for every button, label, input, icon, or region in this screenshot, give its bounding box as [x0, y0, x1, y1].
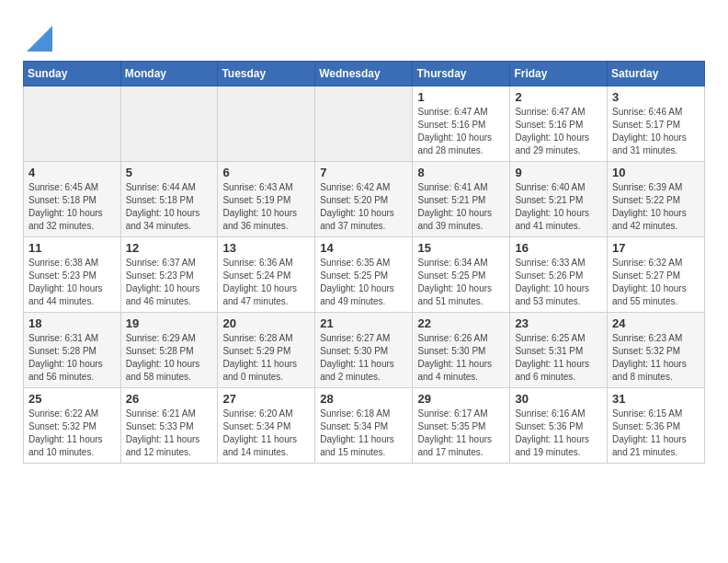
- calendar-cell: 7Sunrise: 6:42 AM Sunset: 5:20 PM Daylig…: [315, 162, 413, 237]
- day-info: Sunrise: 6:45 AM Sunset: 5:18 PM Dayligh…: [28, 181, 116, 233]
- day-info: Sunrise: 6:44 AM Sunset: 5:18 PM Dayligh…: [126, 181, 213, 233]
- calendar-cell: 4Sunrise: 6:45 AM Sunset: 5:18 PM Daylig…: [24, 162, 121, 237]
- calendar-cell: 5Sunrise: 6:44 AM Sunset: 5:18 PM Daylig…: [120, 162, 218, 237]
- calendar-cell: 10Sunrise: 6:39 AM Sunset: 5:22 PM Dayli…: [608, 162, 705, 237]
- day-number: 20: [222, 316, 310, 330]
- day-info: Sunrise: 6:17 AM Sunset: 5:35 PM Dayligh…: [417, 408, 505, 459]
- calendar-header-row: SundayMondayTuesdayWednesdayThursdayFrid…: [24, 62, 705, 86]
- page-header: [23, 18, 705, 52]
- calendar-cell: 20Sunrise: 6:28 AM Sunset: 5:29 PM Dayli…: [218, 313, 315, 388]
- calendar-cell: 23Sunrise: 6:25 AM Sunset: 5:31 PM Dayli…: [510, 313, 608, 388]
- day-info: Sunrise: 6:36 AM Sunset: 5:24 PM Dayligh…: [222, 257, 310, 308]
- day-info: Sunrise: 6:23 AM Sunset: 5:32 PM Dayligh…: [612, 332, 700, 384]
- calendar-cell: 16Sunrise: 6:33 AM Sunset: 5:26 PM Dayli…: [510, 237, 608, 313]
- day-info: Sunrise: 6:35 AM Sunset: 5:25 PM Dayligh…: [320, 257, 407, 308]
- logo: [23, 26, 52, 52]
- calendar-header-friday: Friday: [510, 62, 608, 86]
- calendar-cell: 8Sunrise: 6:41 AM Sunset: 5:21 PM Daylig…: [413, 162, 510, 237]
- day-number: 3: [612, 90, 700, 104]
- calendar-cell: 27Sunrise: 6:20 AM Sunset: 5:34 PM Dayli…: [218, 388, 315, 464]
- calendar-cell: 11Sunrise: 6:38 AM Sunset: 5:23 PM Dayli…: [24, 237, 121, 313]
- calendar-table: SundayMondayTuesdayWednesdayThursdayFrid…: [23, 61, 705, 464]
- calendar-week-row: 4Sunrise: 6:45 AM Sunset: 5:18 PM Daylig…: [24, 162, 705, 237]
- day-info: Sunrise: 6:47 AM Sunset: 5:16 PM Dayligh…: [417, 106, 505, 157]
- day-number: 19: [126, 316, 213, 330]
- day-info: Sunrise: 6:26 AM Sunset: 5:30 PM Dayligh…: [417, 332, 505, 384]
- calendar-cell: 30Sunrise: 6:16 AM Sunset: 5:36 PM Dayli…: [510, 388, 608, 464]
- day-number: 8: [417, 166, 505, 179]
- day-info: Sunrise: 6:38 AM Sunset: 5:23 PM Dayligh…: [28, 257, 116, 308]
- day-number: 7: [320, 166, 407, 179]
- calendar-cell: 1Sunrise: 6:47 AM Sunset: 5:16 PM Daylig…: [413, 86, 510, 162]
- day-info: Sunrise: 6:37 AM Sunset: 5:23 PM Dayligh…: [126, 257, 213, 308]
- calendar-cell: 29Sunrise: 6:17 AM Sunset: 5:35 PM Dayli…: [413, 388, 510, 464]
- day-info: Sunrise: 6:39 AM Sunset: 5:22 PM Dayligh…: [612, 181, 700, 233]
- day-number: 24: [612, 316, 700, 330]
- day-info: Sunrise: 6:34 AM Sunset: 5:25 PM Dayligh…: [417, 257, 505, 308]
- calendar-header-tuesday: Tuesday: [218, 62, 315, 86]
- calendar-cell: 21Sunrise: 6:27 AM Sunset: 5:30 PM Dayli…: [315, 313, 413, 388]
- day-info: Sunrise: 6:31 AM Sunset: 5:28 PM Dayligh…: [28, 332, 116, 384]
- calendar-week-row: 1Sunrise: 6:47 AM Sunset: 5:16 PM Daylig…: [24, 86, 705, 162]
- calendar-cell: [24, 86, 121, 162]
- day-info: Sunrise: 6:18 AM Sunset: 5:34 PM Dayligh…: [320, 408, 407, 459]
- day-number: 30: [515, 392, 602, 406]
- day-number: 21: [320, 316, 407, 330]
- calendar-cell: [120, 86, 218, 162]
- day-info: Sunrise: 6:42 AM Sunset: 5:20 PM Dayligh…: [320, 181, 407, 233]
- day-number: 13: [222, 241, 310, 255]
- day-info: Sunrise: 6:15 AM Sunset: 5:36 PM Dayligh…: [612, 408, 700, 459]
- calendar-cell: 22Sunrise: 6:26 AM Sunset: 5:30 PM Dayli…: [413, 313, 510, 388]
- day-info: Sunrise: 6:33 AM Sunset: 5:26 PM Dayligh…: [515, 257, 602, 308]
- calendar-week-row: 25Sunrise: 6:22 AM Sunset: 5:32 PM Dayli…: [24, 388, 705, 464]
- calendar-cell: [315, 86, 413, 162]
- calendar-week-row: 18Sunrise: 6:31 AM Sunset: 5:28 PM Dayli…: [24, 313, 705, 388]
- logo-icon: [27, 26, 52, 52]
- day-number: 2: [515, 90, 602, 104]
- day-number: 12: [126, 241, 213, 255]
- calendar-cell: 31Sunrise: 6:15 AM Sunset: 5:36 PM Dayli…: [608, 388, 705, 464]
- calendar-cell: 19Sunrise: 6:29 AM Sunset: 5:28 PM Dayli…: [120, 313, 218, 388]
- calendar-cell: 9Sunrise: 6:40 AM Sunset: 5:21 PM Daylig…: [510, 162, 608, 237]
- day-info: Sunrise: 6:20 AM Sunset: 5:34 PM Dayligh…: [222, 408, 310, 459]
- day-number: 28: [320, 392, 407, 406]
- day-number: 10: [612, 166, 700, 179]
- day-number: 5: [126, 166, 213, 179]
- calendar-cell: 6Sunrise: 6:43 AM Sunset: 5:19 PM Daylig…: [218, 162, 315, 237]
- calendar-cell: 18Sunrise: 6:31 AM Sunset: 5:28 PM Dayli…: [24, 313, 121, 388]
- day-info: Sunrise: 6:22 AM Sunset: 5:32 PM Dayligh…: [28, 408, 116, 459]
- calendar-cell: 25Sunrise: 6:22 AM Sunset: 5:32 PM Dayli…: [24, 388, 121, 464]
- day-info: Sunrise: 6:16 AM Sunset: 5:36 PM Dayligh…: [515, 408, 602, 459]
- calendar-cell: 17Sunrise: 6:32 AM Sunset: 5:27 PM Dayli…: [608, 237, 705, 313]
- day-number: 17: [612, 241, 700, 255]
- calendar-cell: 14Sunrise: 6:35 AM Sunset: 5:25 PM Dayli…: [315, 237, 413, 313]
- calendar-cell: [218, 86, 315, 162]
- calendar-cell: 24Sunrise: 6:23 AM Sunset: 5:32 PM Dayli…: [608, 313, 705, 388]
- day-number: 26: [126, 392, 213, 406]
- day-number: 15: [417, 241, 505, 255]
- day-number: 9: [515, 166, 602, 179]
- day-number: 1: [417, 90, 505, 104]
- calendar-cell: 26Sunrise: 6:21 AM Sunset: 5:33 PM Dayli…: [120, 388, 218, 464]
- day-info: Sunrise: 6:40 AM Sunset: 5:21 PM Dayligh…: [515, 181, 602, 233]
- calendar-cell: 3Sunrise: 6:46 AM Sunset: 5:17 PM Daylig…: [608, 86, 705, 162]
- day-info: Sunrise: 6:29 AM Sunset: 5:28 PM Dayligh…: [126, 332, 213, 384]
- calendar-cell: 15Sunrise: 6:34 AM Sunset: 5:25 PM Dayli…: [413, 237, 510, 313]
- day-number: 14: [320, 241, 407, 255]
- day-number: 6: [222, 166, 310, 179]
- day-info: Sunrise: 6:32 AM Sunset: 5:27 PM Dayligh…: [612, 257, 700, 308]
- calendar-cell: 12Sunrise: 6:37 AM Sunset: 5:23 PM Dayli…: [120, 237, 218, 313]
- svg-marker-0: [27, 26, 52, 52]
- calendar-header-wednesday: Wednesday: [315, 62, 413, 86]
- day-info: Sunrise: 6:21 AM Sunset: 5:33 PM Dayligh…: [126, 408, 213, 459]
- day-number: 11: [28, 241, 116, 255]
- day-number: 22: [417, 316, 505, 330]
- day-number: 16: [515, 241, 602, 255]
- calendar-week-row: 11Sunrise: 6:38 AM Sunset: 5:23 PM Dayli…: [24, 237, 705, 313]
- day-number: 4: [28, 166, 116, 179]
- calendar-cell: 13Sunrise: 6:36 AM Sunset: 5:24 PM Dayli…: [218, 237, 315, 313]
- calendar-header-thursday: Thursday: [413, 62, 510, 86]
- day-number: 18: [28, 316, 116, 330]
- day-number: 27: [222, 392, 310, 406]
- calendar-cell: 2Sunrise: 6:47 AM Sunset: 5:16 PM Daylig…: [510, 86, 608, 162]
